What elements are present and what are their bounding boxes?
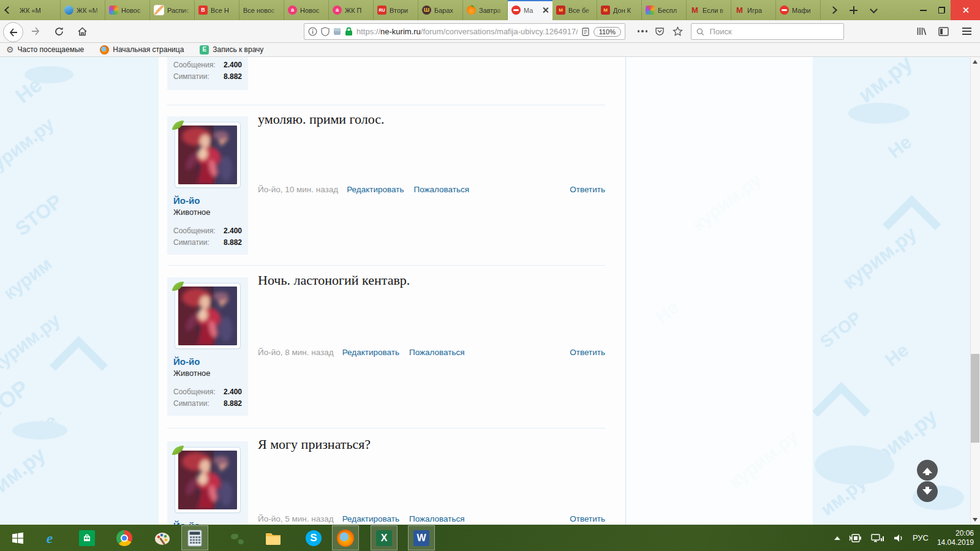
browser-tab[interactable]: МИгра — [731, 0, 776, 20]
scroll-to-bottom-button[interactable] — [917, 481, 938, 502]
permissions-icon[interactable] — [333, 28, 341, 36]
close-button[interactable] — [951, 0, 980, 20]
browser-tab-active[interactable]: Ма — [508, 0, 552, 20]
speaker-icon[interactable] — [893, 533, 904, 543]
taskbar-button-paint[interactable] — [149, 525, 176, 550]
browser-tab[interactable]: aНовос — [284, 0, 329, 20]
menu-button[interactable] — [958, 23, 975, 40]
watermark-roof-shape — [812, 382, 870, 440]
edit-link[interactable]: Редактировать — [342, 514, 399, 523]
window-controls — [914, 0, 980, 20]
bookmark-doctor-appointment[interactable]: E Запись к врачу — [200, 45, 263, 54]
taskbar-button-chrome[interactable] — [111, 525, 138, 550]
home-button[interactable] — [74, 23, 91, 40]
bookmark-most-visited[interactable]: ⚙ Часто посещаемые — [6, 45, 84, 54]
browser-tab[interactable]: ВВсе Н — [195, 0, 239, 20]
pocket-button[interactable] — [651, 23, 668, 40]
bookmark-label: Часто посещаемые — [18, 45, 85, 54]
tab-scroll-left-button[interactable] — [0, 0, 16, 20]
post-body: Я могу признаться?Йо-йо, 5 мин. назадРед… — [258, 437, 605, 525]
chrome-icon — [115, 529, 134, 547]
reply-link[interactable]: Ответить — [570, 348, 605, 357]
scrollbar[interactable] — [970, 57, 980, 525]
list-tabs-icon[interactable] — [870, 6, 878, 13]
taskbar-button-firefox[interactable] — [332, 525, 359, 550]
browser-tab[interactable]: Все новос — [239, 0, 284, 20]
browser-tab[interactable]: Беспл — [642, 0, 687, 20]
network-icon[interactable] — [871, 533, 884, 543]
sidebars-button[interactable] — [935, 23, 952, 40]
browser-tab[interactable]: ЖК «М — [61, 0, 105, 20]
user-avatar[interactable] — [175, 122, 240, 187]
back-button[interactable] — [3, 22, 23, 42]
browser-tab[interactable]: МДон К — [597, 0, 642, 20]
browser-tab[interactable]: Завтра — [463, 0, 508, 20]
browser-tab[interactable]: МВсе бе — [552, 0, 597, 20]
taskbar-button-excel[interactable]: X — [371, 525, 398, 550]
site-info-icon[interactable] — [308, 27, 317, 36]
username-link[interactable]: Йо-йо — [173, 356, 242, 367]
bookmark-home-page[interactable]: Начальная страница — [100, 45, 184, 54]
taskbar-button-start[interactable] — [4, 525, 31, 550]
taskbar-button-skype[interactable]: S — [300, 525, 327, 550]
search-input[interactable] — [709, 26, 839, 37]
edit-link[interactable]: Редактировать — [347, 185, 404, 194]
report-link[interactable]: Пожаловаться — [409, 348, 465, 357]
browser-tab[interactable]: ШБарах — [418, 0, 463, 20]
tab-close-button[interactable] — [542, 5, 549, 16]
reply-link[interactable]: Ответить — [570, 185, 605, 194]
stat-value: 8.882 — [224, 71, 242, 83]
forward-button[interactable] — [27, 23, 44, 40]
language-indicator[interactable]: РУС — [913, 533, 929, 542]
url-text[interactable]: https://ne-kurim.ru/forum/conversations/… — [356, 27, 578, 36]
restore-button[interactable] — [932, 0, 951, 20]
post-title: Я могу признаться? — [258, 437, 605, 452]
hidden-icons-chevron[interactable] — [834, 536, 840, 540]
taskbar-button-globe[interactable] — [224, 525, 251, 550]
user-avatar[interactable] — [175, 448, 240, 512]
taskbar-button-word[interactable]: W — [408, 525, 435, 550]
browser-tab[interactable]: RUВтори — [374, 0, 418, 20]
browser-tab[interactable]: ЖК «М — [16, 0, 61, 20]
reload-button[interactable] — [50, 23, 67, 40]
url-bar[interactable]: https://ne-kurim.ru/forum/conversations/… — [304, 23, 625, 40]
browser-tab[interactable]: Распис — [150, 0, 195, 20]
scrollbar-down-arrow[interactable] — [973, 518, 978, 522]
taskbar-button-store[interactable] — [74, 525, 100, 550]
minimize-button[interactable] — [914, 0, 932, 20]
browser-tab[interactable]: МЕсли в — [687, 0, 731, 20]
library-button[interactable] — [913, 23, 930, 40]
scrollbar-up-arrow[interactable] — [973, 60, 978, 64]
report-link[interactable]: Пожаловаться — [413, 185, 469, 194]
stat-label: Симпатии: — [173, 398, 209, 410]
new-tab-button[interactable] — [850, 6, 858, 14]
taskbar-button-calculator[interactable] — [181, 525, 208, 550]
taskbar-button-explorer[interactable] — [260, 525, 287, 550]
bookmark-star-button[interactable] — [669, 23, 686, 40]
report-link[interactable]: Пожаловаться — [409, 514, 465, 523]
scroll-to-top-button[interactable] — [917, 460, 938, 481]
taskbar-button-ie[interactable]: e — [36, 525, 63, 550]
browser-tab[interactable]: aЖК П — [329, 0, 374, 20]
browser-tab[interactable]: Мафи — [776, 0, 821, 20]
user-stats: Сообщения:2.400Симпатии:8.882 — [173, 225, 242, 249]
username-link[interactable]: Йо-йо — [173, 195, 242, 206]
tracking-shield-icon[interactable] — [321, 27, 330, 36]
username-link[interactable]: Йо-йо — [173, 520, 242, 525]
clock[interactable]: 20:06 14.04.2019 — [937, 529, 974, 547]
post-body: умоляю. прими голос.Йо-йо, 10 мин. назад… — [258, 111, 605, 265]
post-divider — [167, 265, 605, 266]
battery-icon[interactable] — [849, 533, 862, 543]
tray-time: 20:06 — [937, 529, 974, 538]
reply-link[interactable]: Ответить — [570, 514, 605, 523]
zoom-level-badge[interactable]: 110% — [594, 27, 621, 37]
scrollbar-thumb[interactable] — [971, 354, 979, 443]
system-tray: РУС 20:06 14.04.2019 — [834, 525, 980, 551]
browser-tab[interactable]: Новос — [105, 0, 150, 20]
search-bar[interactable] — [691, 23, 844, 40]
user-avatar[interactable] — [175, 283, 240, 348]
reader-mode-icon[interactable] — [581, 28, 590, 36]
tab-scroll-right-icon[interactable] — [829, 6, 837, 14]
page-actions-button[interactable] — [634, 23, 651, 40]
edit-link[interactable]: Редактировать — [342, 348, 399, 357]
